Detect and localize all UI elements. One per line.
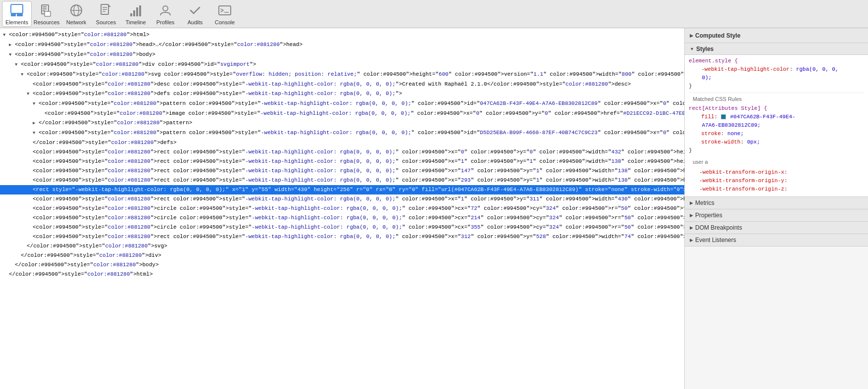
computed-style-header[interactable]: ▶ Computed Style (685, 28, 868, 43)
dom-line[interactable]: ▼<color:#994500">style="color:#881280">d… (0, 89, 684, 99)
dom-line[interactable]: <color:#994500">style="color:#881280">re… (0, 194, 684, 204)
dom-breakpoints-arrow: ▶ (690, 225, 693, 230)
sources-icon (98, 2, 114, 18)
toolbar-resources[interactable]: Resources (32, 1, 61, 27)
computed-style-arrow: ▶ (690, 33, 693, 38)
computed-style-label: Computed Style (695, 32, 740, 39)
dom-line[interactable]: </color:#994500">style="color:#881280">s… (0, 242, 684, 251)
resources-label: Resources (34, 19, 60, 25)
timeline-label: Timeline (125, 19, 146, 25)
toolbar-elements[interactable]: Elements (2, 1, 32, 27)
toolbar-audits[interactable]: Audits (180, 1, 210, 27)
network-label: Network (66, 19, 86, 25)
console-label: Console (215, 19, 235, 25)
matched-rule-1: rect[Attributes Style] { fill: #047CA62B… (689, 104, 864, 155)
dom-line[interactable]: <color:#994500">style="color:#881280">re… (0, 147, 684, 157)
right-panel: ▶ Computed Style ▼ Styles element.style … (685, 28, 868, 389)
resources-icon (39, 2, 54, 18)
profiles-label: Profiles (156, 19, 175, 25)
main-area: ▼<color:#994500">style="color:#881280">h… (0, 28, 868, 389)
toolbar-sources[interactable]: Sources (91, 1, 121, 27)
transform-properties: -webkit-transform-origin-x: -webkit-tran… (689, 167, 864, 194)
stroke-width-value: 0px; (747, 139, 760, 145)
svg-point-20 (163, 6, 168, 11)
sources-label: Sources (96, 19, 116, 25)
styles-label: Styles (696, 46, 714, 52)
dom-line[interactable]: </color:#994500">style="color:#881280">d… (0, 138, 684, 147)
svg-rect-19 (139, 5, 141, 16)
svg-rect-2 (17, 13, 23, 16)
dom-line[interactable]: <color:#994500">style="color:#881280">de… (0, 80, 684, 89)
stroke-property: stroke (701, 131, 721, 137)
styles-content: element.style { -webkit-tap-highlight-co… (685, 55, 868, 196)
element-style-rule: element.style { -webkit-tap-highlight-co… (689, 57, 864, 91)
dom-line[interactable]: <color:#994500">style="color:#881280">re… (0, 166, 684, 176)
console-icon (217, 2, 233, 18)
fill-value-2: A7A6-EB8302812C89; (702, 122, 761, 128)
fill-value: #047CA62B-F43F-49E4- (730, 114, 795, 120)
dom-line[interactable]: <color:#994500">style="color:#881280">re… (0, 176, 684, 185)
dom-line[interactable]: ▼<color:#994500">style="color:#881280">b… (0, 50, 684, 60)
metrics-label: Metrics (695, 199, 715, 206)
dom-line[interactable]: ▶<color:#994500">style="color:#881280">h… (0, 40, 684, 50)
dom-line[interactable]: <color:#994500">style="color:#881280">re… (0, 232, 684, 242)
metrics-arrow: ▶ (690, 200, 693, 205)
rect-selector: rect[Attributes Style] { (689, 105, 767, 111)
dom-line[interactable]: ▼<color:#994500">style="color:#881280">p… (0, 99, 684, 109)
elements-icon (9, 2, 25, 18)
audits-icon (187, 2, 203, 18)
timeline-icon (128, 2, 144, 18)
dom-line[interactable]: </color:#994500">style="color:#881280">d… (0, 251, 684, 260)
dom-line[interactable]: <color:#994500">style="color:#881280">ci… (0, 213, 684, 223)
stroke-width-property: stroke-width (701, 139, 740, 145)
dom-breakpoints-label: DOM Breakpoints (695, 224, 742, 231)
svg-rect-0 (11, 4, 23, 13)
dom-line[interactable]: <color:#994500">style="color:#881280">re… (0, 157, 684, 166)
dom-line[interactable]: ▼<color:#994500">style="color:#881280">h… (0, 30, 684, 40)
svg-rect-16 (130, 13, 132, 16)
dom-line[interactable]: <color:#994500">style="color:#881280">ci… (0, 204, 684, 213)
dom-line[interactable]: ▼<color:#994500">style="color:#881280">p… (0, 128, 684, 138)
metrics-section[interactable]: ▶ Metrics (685, 197, 868, 209)
fill-property: fill (701, 114, 714, 120)
event-listeners-arrow: ▶ (690, 238, 693, 243)
toolbar-timeline[interactable]: Timeline (121, 1, 151, 27)
svg-rect-17 (133, 10, 135, 16)
svg-rect-5 (43, 8, 47, 9)
elements-label: Elements (5, 19, 28, 25)
user-agent-label: user a (689, 157, 864, 167)
svg-marker-12 (108, 4, 111, 7)
properties-section[interactable]: ▶ Properties (685, 209, 868, 222)
styles-header[interactable]: ▼ Styles (685, 43, 868, 55)
svg-rect-7 (45, 11, 51, 16)
matched-css-header: Matched CSS Rules (689, 93, 864, 104)
dom-line[interactable]: ▼<color:#994500">style="color:#881280">d… (0, 60, 684, 70)
color-swatch (721, 114, 726, 119)
properties-label: Properties (695, 212, 722, 219)
styles-section: ▼ Styles element.style { -webkit-tap-hig… (685, 43, 868, 197)
toolbar-network[interactable]: Network (61, 1, 91, 27)
dom-tree: ▼<color:#994500">style="color:#881280">h… (0, 28, 684, 281)
dom-line[interactable]: ▶</color:#994500">style="color:#881280">… (0, 118, 684, 128)
svg-rect-21 (219, 6, 231, 15)
stroke-value: none; (727, 131, 744, 137)
dom-line[interactable]: <color:#994500">style="color:#881280">ci… (0, 223, 684, 232)
toolbar-console[interactable]: Console (210, 1, 240, 27)
dom-line[interactable]: </color:#994500">style="color:#881280">h… (0, 270, 684, 279)
properties-arrow: ▶ (690, 213, 693, 218)
dom-line[interactable]: <color:#994500">style="color:#881280">im… (0, 109, 684, 118)
event-listeners-section[interactable]: ▶ Event Listeners (685, 234, 868, 246)
toolbar-profiles[interactable]: Profiles (151, 1, 180, 27)
styles-arrow: ▼ (690, 47, 694, 51)
style-prop-1: -webkit-tap-highlight-color (701, 66, 789, 72)
dom-line[interactable]: <rect style="-webkit-tap-highlight-color… (0, 185, 684, 194)
dom-panel[interactable]: ▼<color:#994500">style="color:#881280">h… (0, 28, 685, 389)
dom-line[interactable]: </color:#994500">style="color:#881280">b… (0, 260, 684, 270)
svg-rect-4 (43, 6, 47, 7)
svg-rect-18 (136, 7, 138, 16)
audits-label: Audits (188, 19, 203, 25)
dom-breakpoints-section[interactable]: ▶ DOM Breakpoints (685, 222, 868, 234)
profiles-icon (157, 2, 173, 18)
dom-line[interactable]: ▼<color:#994500">style="color:#881280">s… (0, 70, 684, 80)
network-icon (68, 2, 84, 18)
